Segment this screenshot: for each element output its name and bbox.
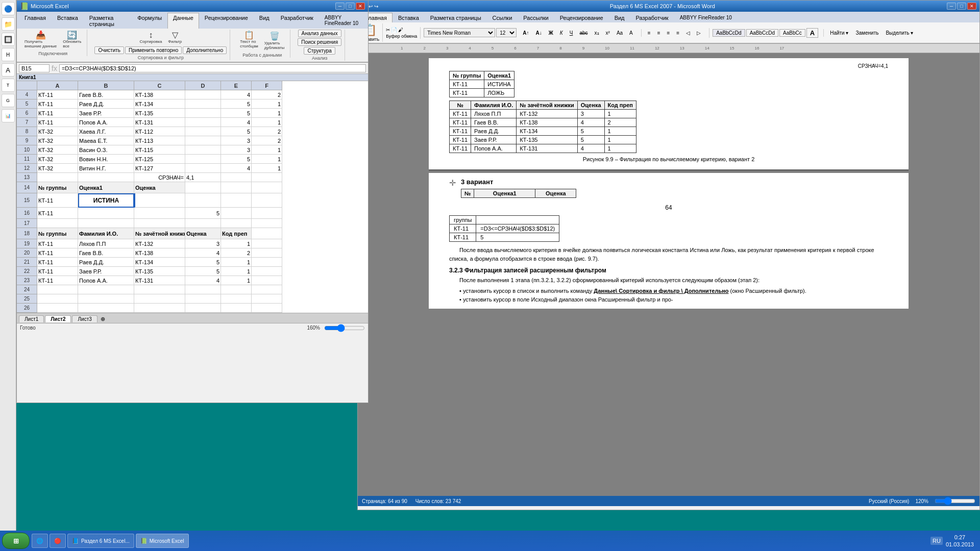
cell-e22[interactable]: 1 [221, 267, 252, 276]
cell-b26[interactable] [78, 304, 134, 313]
keyboard-lang[interactable]: RU [930, 537, 943, 545]
row-23-header[interactable]: 23 [17, 276, 37, 285]
cell-a6[interactable]: КТ-11 [37, 109, 78, 118]
taskbar-ie[interactable]: 🌐 [32, 534, 48, 548]
strikethrough-btn[interactable]: abc [576, 29, 591, 37]
structure-btn[interactable]: Структура [304, 47, 335, 55]
excel-tab-home[interactable]: Главная [19, 13, 52, 29]
cell-c20[interactable]: КТ-138 [134, 248, 185, 258]
cell-b19[interactable]: Ляхов П.П [78, 239, 134, 248]
trace-icon[interactable]: T [2, 79, 15, 92]
cell-e6[interactable]: 5 [221, 109, 252, 118]
cell-c21[interactable]: КТ-134 [134, 258, 185, 267]
col-header-b[interactable]: B [78, 81, 134, 90]
style-heading1[interactable]: AaBbCcDd [713, 29, 745, 37]
row-22-header[interactable]: 22 [17, 267, 37, 276]
cell-f10[interactable]: 1 [252, 145, 282, 155]
row-19-header[interactable]: 19 [17, 239, 37, 248]
word-tab-review[interactable]: Рецензирование [554, 13, 609, 22]
cell-c25[interactable] [134, 294, 185, 304]
superscript-btn[interactable]: x² [603, 29, 613, 37]
sheet-tab-1[interactable]: Лист1 [19, 315, 44, 322]
cell-b24[interactable] [78, 285, 134, 294]
cell-b6[interactable]: Заев Р.Р. [78, 109, 134, 118]
cell-f12[interactable]: 1 [252, 164, 282, 173]
word-tab-view[interactable]: Вид [609, 13, 630, 22]
formula-input[interactable] [59, 64, 366, 72]
cell-d20[interactable]: 4 [185, 248, 221, 258]
col-header-f[interactable]: F [252, 81, 282, 90]
cell-c12[interactable]: КТ-127 [134, 164, 185, 173]
cell-b22[interactable]: Заев Р.Р. [78, 267, 134, 276]
font-size-select[interactable]: 12 [496, 28, 517, 37]
cell-c14[interactable]: Оценка [134, 182, 185, 193]
cell-e23[interactable]: 1 [221, 276, 252, 285]
excel-maximize-btn[interactable]: □ [346, 3, 355, 10]
table-icon[interactable]: 📊 [2, 109, 15, 122]
row-7-header[interactable]: 7 [17, 118, 37, 127]
word-close-btn[interactable]: ✕ [967, 3, 976, 10]
cell-e10[interactable]: 3 [221, 145, 252, 155]
cell-e9[interactable]: 3 [221, 136, 252, 145]
word-tab-abbyy[interactable]: ABBYY FineReader 10 [674, 13, 738, 22]
cell-e13[interactable] [221, 173, 252, 182]
cell-f7[interactable]: 1 [252, 118, 282, 127]
cell-c19[interactable]: КТ-132 [134, 239, 185, 248]
cell-d18[interactable]: Оценка [185, 228, 221, 239]
cell-f19[interactable] [252, 239, 282, 248]
row-11-header[interactable]: 11 [17, 155, 37, 164]
cell-a4[interactable]: КТ-11 [37, 90, 78, 99]
row-14-header[interactable]: 14 [17, 182, 37, 193]
cell-e17[interactable] [221, 219, 252, 228]
cell-d4[interactable] [185, 90, 221, 99]
replace-btn[interactable]: Заменить [853, 29, 882, 37]
cell-c11[interactable]: КТ-125 [134, 155, 185, 164]
cell-a20[interactable]: КТ-11 [37, 248, 78, 258]
taskbar-opera[interactable]: 🔴 [50, 534, 66, 548]
cell-b10[interactable]: Васин О.З. [78, 145, 134, 155]
cell-c15[interactable] [134, 193, 185, 208]
get-external-data-btn[interactable]: 📥 Получитьвнешние данные [22, 30, 59, 50]
cell-f16[interactable] [252, 208, 282, 219]
bold-btn[interactable]: Ж [546, 29, 556, 37]
cell-d9[interactable] [185, 136, 221, 145]
advanced-btn[interactable]: Дополнительно [183, 46, 227, 54]
indent-increase-btn[interactable]: ▷ [694, 29, 704, 37]
row-25-header[interactable]: 25 [17, 294, 37, 304]
cell-f20[interactable] [252, 248, 282, 258]
cell-d11[interactable] [185, 155, 221, 164]
cell-f23[interactable] [252, 276, 282, 285]
cell-a13[interactable] [37, 173, 78, 182]
row-16-header[interactable]: 16 [17, 208, 37, 219]
cell-d16[interactable]: 5 [185, 208, 221, 219]
cell-d22[interactable]: 5 [185, 267, 221, 276]
cell-d23[interactable]: 4 [185, 276, 221, 285]
align-right-btn[interactable]: ≡ [664, 29, 673, 37]
cell-d21[interactable]: 5 [185, 258, 221, 267]
align-left-btn[interactable]: ≡ [645, 29, 654, 37]
row-17-header[interactable]: 17 [17, 219, 37, 228]
cell-a23[interactable]: КТ-11 [37, 276, 78, 285]
cell-f4[interactable]: 2 [252, 90, 282, 99]
cell-a8[interactable]: КТ-32 [37, 127, 78, 136]
sort-btn[interactable]: ↕️ Сортировка [137, 30, 164, 45]
cell-a17[interactable] [37, 219, 78, 228]
cell-b25[interactable] [78, 294, 134, 304]
cell-d5[interactable] [185, 99, 221, 109]
cell-e14[interactable] [221, 182, 252, 193]
cell-e8[interactable]: 5 [221, 127, 252, 136]
cell-a22[interactable]: КТ-11 [37, 267, 78, 276]
cell-c22[interactable]: КТ-135 [134, 267, 185, 276]
cell-f26[interactable] [252, 304, 282, 313]
cell-d15[interactable] [185, 193, 221, 208]
cell-c13[interactable]: СРЗНАЧ= [134, 173, 185, 182]
row-10-header[interactable]: 10 [17, 145, 37, 155]
cell-a19[interactable]: КТ-11 [37, 239, 78, 248]
cell-b7[interactable]: Попов А.А. [78, 118, 134, 127]
cell-d13[interactable]: 4,1 [185, 173, 221, 182]
shrink-font-btn[interactable]: A↓ [533, 29, 545, 37]
add-sheet-btn[interactable]: ⊕ [101, 316, 105, 322]
cell-e4[interactable]: 4 [221, 90, 252, 99]
col-header-c[interactable]: C [134, 81, 185, 90]
word-tab-insert[interactable]: Вставка [393, 13, 425, 22]
